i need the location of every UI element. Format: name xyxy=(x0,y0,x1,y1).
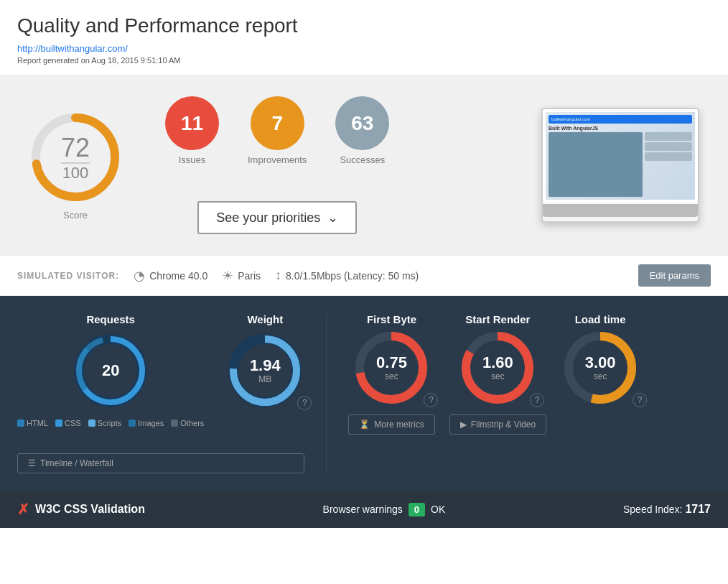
start-render-donut: 1.60 sec xyxy=(458,328,537,407)
metrics-group: 11 Issues 7 Improvements 63 Successes Se… xyxy=(165,96,389,234)
metrics-left-top: Requests 20 HTML xyxy=(17,313,304,427)
circles-row: 11 Issues 7 Improvements 63 Successes xyxy=(165,96,389,165)
visitor-location: ☀ Paris xyxy=(222,268,261,284)
improvements-metric: 7 Improvements xyxy=(248,96,307,165)
legend-html: HTML xyxy=(17,419,48,427)
transfer-icon: ↕ xyxy=(275,268,281,283)
metrics-left: Requests 20 HTML xyxy=(17,313,327,473)
legend-css: CSS xyxy=(55,419,81,427)
w3c-validation: ✗ W3C CSS Validation xyxy=(17,501,145,518)
report-date: Report generated on Aug 18, 2015 9:51:10… xyxy=(17,56,711,65)
weight-title: Weight xyxy=(247,313,283,325)
legend-scripts: Scripts xyxy=(88,419,122,427)
load-time-donut: 3.00 sec xyxy=(561,328,640,407)
chevron-down-icon: ⌄ xyxy=(327,210,338,226)
laptop-title: Built With AngularJS xyxy=(549,126,692,131)
start-render-col: Start Render 1.60 sec ? ▶ Filmstrip & Vi… xyxy=(449,313,546,435)
visitor-connection: ↕ 8.0/1.5Mbps (Latency: 50 ms) xyxy=(275,268,419,283)
load-time-col: Load time 3.00 sec ? xyxy=(561,313,640,407)
page-title: Quality and Performance report xyxy=(17,14,711,37)
weight-donut: 1.94 MB xyxy=(225,331,304,410)
weight-col: Weight 1.94 MB ? xyxy=(225,313,304,427)
first-byte-help-icon[interactable]: ? xyxy=(424,393,438,407)
score-container: 72 100 Score xyxy=(29,111,122,221)
laptop-sidebar xyxy=(645,132,692,197)
score-section: 72 100 Score 11 Issues 7 Improvements 63… xyxy=(0,75,728,256)
laptop-content xyxy=(549,132,692,197)
score-denominator: 100 xyxy=(61,162,90,182)
edit-params-button[interactable]: Edit params xyxy=(638,264,711,287)
start-render-help-icon[interactable]: ? xyxy=(530,393,544,407)
improvements-label: Improvements xyxy=(248,154,307,165)
laptop-mockup: builtwithangular.com Built With AngularJ… xyxy=(541,108,699,223)
successes-label: Successes xyxy=(340,154,385,165)
score-label: Score xyxy=(63,210,88,221)
requests-title: Requests xyxy=(86,313,135,325)
first-byte-title: First Byte xyxy=(367,313,416,325)
improvements-circle: 7 xyxy=(251,96,304,150)
laptop-screen: builtwithangular.com Built With AngularJ… xyxy=(543,109,698,203)
score-donut: 72 100 xyxy=(29,111,122,204)
first-byte-col: First Byte 0.75 sec ? ⏳ More metrics xyxy=(348,313,434,435)
load-time-title: Load time xyxy=(575,313,626,325)
score-text: 72 100 xyxy=(61,132,90,182)
browser-warnings: Browser warnings 0 OK xyxy=(323,503,446,516)
issues-label: Issues xyxy=(179,154,206,165)
clock-icon: ⏳ xyxy=(359,420,370,430)
laptop-image xyxy=(549,132,643,197)
first-byte-value-center: 0.75 sec xyxy=(376,354,407,381)
timeline-icon: ☰ xyxy=(28,458,36,468)
timeline-button[interactable]: ☰ Timeline / Waterfall xyxy=(17,453,304,473)
metrics-right: First Byte 0.75 sec ? ⏳ More metrics xyxy=(327,313,711,473)
warnings-badge: 0 xyxy=(409,503,425,516)
laptop-inner: builtwithangular.com Built With AngularJ… xyxy=(546,112,695,200)
weight-help-icon[interactable]: ? xyxy=(297,396,312,410)
error-icon: ✗ xyxy=(17,501,29,518)
more-metrics-button[interactable]: ⏳ More metrics xyxy=(348,414,434,435)
score-value: 72 xyxy=(61,132,90,162)
requests-donut: 20 xyxy=(71,331,150,410)
legend-others: Others xyxy=(171,419,204,427)
issues-circle: 11 xyxy=(165,96,219,150)
laptop-bar: builtwithangular.com xyxy=(549,115,692,124)
laptop-base xyxy=(543,204,698,217)
visitor-label: SIMULATED VISITOR: xyxy=(17,271,119,281)
load-time-value-center: 3.00 sec xyxy=(585,354,616,381)
header: Quality and Performance report http://bu… xyxy=(0,0,728,75)
requests-value-center: 20 xyxy=(102,362,119,379)
globe-icon: ☀ xyxy=(222,268,233,284)
successes-circle: 63 xyxy=(335,96,389,150)
site-url[interactable]: http://builtwithangular.com/ xyxy=(17,43,128,54)
requests-col: Requests 20 HTML xyxy=(17,313,204,427)
visitor-browser: ◔ Chrome 40.0 xyxy=(134,268,207,284)
issues-metric: 11 Issues xyxy=(165,96,219,165)
filmstrip-button[interactable]: ▶ Filmstrip & Video xyxy=(449,414,546,435)
metrics-panel: Requests 20 HTML xyxy=(0,296,728,491)
start-render-title: Start Render xyxy=(465,313,530,325)
bottom-bar: ✗ W3C CSS Validation Browser warnings 0 … xyxy=(0,491,728,528)
requests-legend: HTML CSS Scripts Images xyxy=(17,419,204,427)
first-byte-donut: 0.75 sec xyxy=(352,328,431,407)
browser-icon: ◔ xyxy=(134,268,145,284)
start-render-value-center: 1.60 sec xyxy=(482,354,513,381)
legend-images: Images xyxy=(129,419,164,427)
see-priorities-button[interactable]: See your priorities ⌄ xyxy=(197,201,357,234)
successes-metric: 63 Successes xyxy=(335,96,389,165)
load-time-help-icon[interactable]: ? xyxy=(633,393,647,407)
screenshot-preview: builtwithangular.com Built With AngularJ… xyxy=(541,108,699,223)
weight-value-center: 1.94 MB xyxy=(250,357,281,384)
speed-index: Speed Index: 1717 xyxy=(623,503,711,516)
film-icon: ▶ xyxy=(460,420,467,430)
visitor-bar: SIMULATED VISITOR: ◔ Chrome 40.0 ☀ Paris… xyxy=(0,256,728,296)
